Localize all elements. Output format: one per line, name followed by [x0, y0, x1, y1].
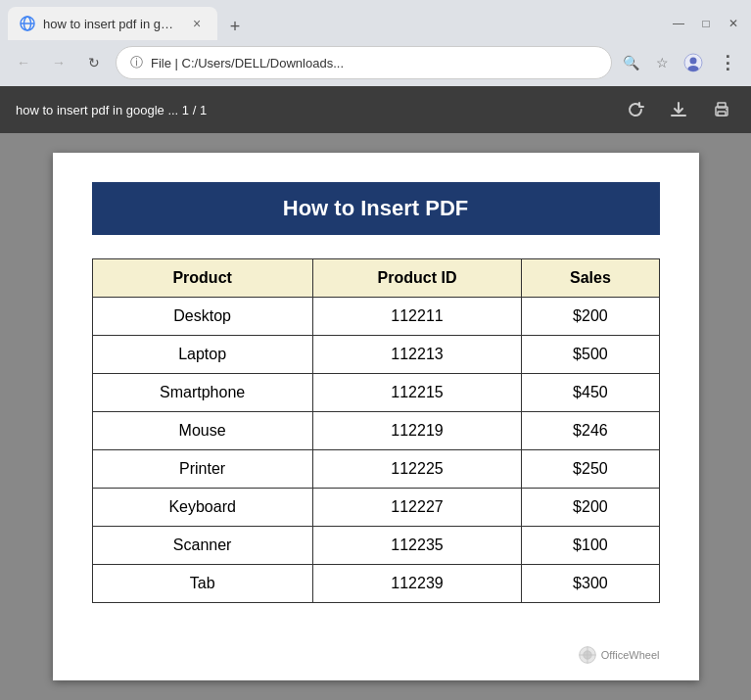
table-cell: $246 — [522, 412, 659, 450]
pdf-heading: How to Insert PDF — [106, 196, 646, 221]
table-cell: 112239 — [312, 565, 521, 603]
svg-rect-7 — [718, 103, 726, 108]
search-icon[interactable]: 🔍 — [620, 52, 641, 73]
table-cell: 112225 — [312, 450, 521, 489]
col-header-sales: Sales — [522, 259, 659, 298]
pdf-print-icon[interactable] — [708, 96, 735, 123]
table-cell: Scanner — [92, 527, 312, 565]
table-cell: 112213 — [312, 336, 521, 374]
table-cell: $500 — [522, 336, 659, 374]
table-row: Desktop112211$200 — [92, 298, 659, 336]
pdf-content: How to Insert PDF Product Product ID Sal… — [0, 133, 751, 700]
address-text: File | C:/Users/DELL/Downloads... — [151, 56, 597, 70]
table-cell: $100 — [522, 527, 659, 565]
table-cell: 112227 — [312, 489, 521, 527]
svg-point-4 — [690, 58, 697, 65]
table-body: Desktop112211$200Laptop112213$500Smartph… — [92, 298, 659, 603]
table-cell: $200 — [522, 298, 659, 336]
table-cell: Printer — [92, 450, 312, 489]
table-row: Printer112225$250 — [92, 450, 659, 489]
window-controls: — □ ✕ — [669, 14, 743, 33]
data-table: Product Product ID Sales Desktop112211$2… — [92, 258, 660, 603]
table-row: Tab112239$300 — [92, 565, 659, 603]
table-cell: $250 — [522, 450, 659, 489]
active-tab[interactable]: how to insert pdf in google shee × — [8, 7, 217, 40]
tab-icon — [20, 16, 35, 31]
new-tab-button[interactable]: + — [221, 13, 249, 40]
table-cell: 112211 — [312, 298, 521, 336]
table-row: Scanner112235$100 — [92, 527, 659, 565]
title-bar: how to insert pdf in google shee × + — □… — [0, 0, 751, 39]
svg-point-9 — [726, 109, 728, 111]
table-cell: Laptop — [92, 336, 312, 374]
table-cell: 112235 — [312, 527, 521, 565]
pdf-download-icon[interactable] — [665, 96, 692, 123]
close-button[interactable]: ✕ — [724, 14, 743, 33]
pdf-refresh-icon[interactable] — [622, 96, 649, 123]
pdf-title: how to insert pdf in google ... 1 / 1 — [16, 103, 606, 117]
table-cell: Keyboard — [92, 489, 312, 527]
address-bar[interactable]: ⓘ File | C:/Users/DELL/Downloads... — [116, 46, 612, 79]
svg-rect-8 — [718, 112, 726, 116]
forward-button[interactable]: → — [45, 49, 72, 76]
table-cell: $300 — [522, 565, 659, 603]
col-header-product: Product — [92, 259, 312, 298]
watermark-text: OfficeWheel — [601, 649, 660, 661]
table-row: Laptop112213$500 — [92, 336, 659, 374]
info-icon: ⓘ — [130, 54, 143, 71]
table-header-row: Product Product ID Sales — [92, 259, 659, 298]
table-row: Keyboard112227$200 — [92, 489, 659, 527]
minimize-button[interactable]: — — [669, 14, 688, 33]
watermark: OfficeWheel — [578, 645, 660, 665]
account-icon[interactable] — [682, 52, 704, 73]
col-header-productid: Product ID — [312, 259, 521, 298]
pdf-header: How to Insert PDF — [92, 182, 660, 235]
pdf-page: How to Insert PDF Product Product ID Sal… — [53, 153, 699, 680]
maximize-button[interactable]: □ — [696, 14, 716, 33]
table-row: Mouse112219$246 — [92, 412, 659, 450]
bookmark-icon[interactable]: ☆ — [651, 52, 673, 73]
table-cell: Tab — [92, 565, 312, 603]
table-cell: $200 — [522, 489, 659, 527]
tab-title: how to insert pdf in google shee — [43, 17, 180, 31]
tab-close-button[interactable]: × — [188, 15, 206, 32]
table-row: Smartphone112215$450 — [92, 374, 659, 412]
refresh-button[interactable]: ↻ — [80, 49, 108, 76]
table-cell: 112215 — [312, 374, 521, 412]
address-bar-icons: 🔍 ☆ ⋮ — [620, 49, 741, 76]
address-bar-row: ← → ↻ ⓘ File | C:/Users/DELL/Downloads..… — [0, 39, 751, 86]
svg-point-5 — [688, 66, 699, 71]
pdf-toolbar: how to insert pdf in google ... 1 / 1 — [0, 86, 751, 133]
table-cell: Desktop — [92, 298, 312, 336]
table-cell: Smartphone — [92, 374, 312, 412]
table-cell: 112219 — [312, 412, 521, 450]
more-options-button[interactable]: ⋮ — [714, 49, 741, 76]
browser-chrome: how to insert pdf in google shee × + — □… — [0, 0, 751, 86]
table-cell: $450 — [522, 374, 659, 412]
back-button[interactable]: ← — [10, 49, 37, 76]
table-cell: Mouse — [92, 412, 312, 450]
tab-area: how to insert pdf in google shee × + — [8, 7, 669, 40]
